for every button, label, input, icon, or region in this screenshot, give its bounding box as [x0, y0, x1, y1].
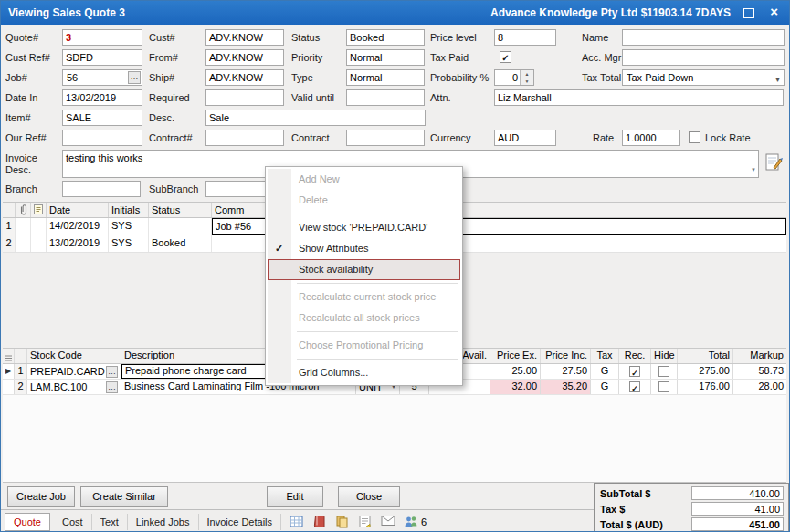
hide-checkbox[interactable] — [658, 381, 669, 392]
status-input[interactable]: Booked — [346, 29, 425, 46]
tax-cell[interactable]: G — [591, 380, 619, 394]
notes-icon[interactable] — [358, 515, 373, 529]
contract-input[interactable] — [346, 130, 425, 146]
rec-checkbox[interactable]: ✓ — [629, 366, 640, 377]
rec-cell[interactable]: ✓ — [619, 364, 651, 379]
cust-ref-input[interactable]: SDFD — [62, 49, 142, 66]
tab-text[interactable]: Text — [92, 514, 128, 530]
tab-cost[interactable]: Cost — [54, 514, 92, 530]
create-job-button[interactable]: Create Job — [7, 486, 75, 507]
mail-icon[interactable] — [381, 515, 395, 529]
chevron-down-icon[interactable]: ▼ — [774, 74, 781, 86]
comments-header-status[interactable]: Status — [149, 203, 212, 217]
tab-quote[interactable]: Quote — [5, 513, 50, 531]
required-label: Required — [149, 92, 190, 103]
markup-cell: 28.00 — [733, 380, 786, 394]
valid-until-label: Valid until — [291, 92, 334, 103]
tax-total-value: Tax Paid Down — [627, 72, 693, 84]
sales-quote-window: Viewing Sales Quote 3 Advance Knowledge … — [0, 0, 790, 532]
menu-item-view-stock[interactable]: View stock 'PREPAID.CARD' — [268, 217, 460, 238]
priority-label: Priority — [291, 52, 322, 63]
probability-spinner[interactable]: 0 ▲▼ — [494, 69, 534, 86]
rate-input[interactable]: 1.0000 — [622, 130, 680, 146]
edit-button[interactable]: Edit — [267, 486, 323, 507]
menu-separator — [297, 331, 458, 332]
stock-code-cell[interactable]: PREPAID.CARD … — [27, 364, 121, 379]
comments-header-initials[interactable]: Initials — [109, 203, 149, 217]
spin-up-icon[interactable]: ▲ — [521, 70, 533, 78]
close-button[interactable]: Close — [338, 486, 400, 507]
job-lookup-button[interactable]: … — [128, 71, 141, 84]
required-input[interactable] — [205, 89, 284, 106]
menu-item-show-attributes[interactable]: ✓ Show Attributes — [268, 238, 460, 259]
restore-window-icon[interactable] — [743, 8, 754, 18]
name-input[interactable] — [622, 29, 785, 46]
items-header-rec[interactable]: Rec. — [619, 349, 651, 363]
items-header-tax[interactable]: Tax — [591, 349, 619, 363]
rec-cell[interactable]: ✓ — [619, 380, 651, 394]
date-in-input[interactable]: 13/02/2019 — [62, 89, 142, 106]
tab-invoice-details[interactable]: Invoice Details — [199, 514, 282, 530]
spreadsheet-icon[interactable] — [290, 515, 304, 529]
job-input[interactable]: 56 … — [62, 69, 142, 86]
price-level-input[interactable]: 8 — [494, 29, 556, 46]
scroll-down-icon[interactable]: ▼ — [751, 164, 756, 176]
stock-code-cell[interactable]: LAM.BC.100 … — [27, 380, 121, 394]
stock-lookup-button[interactable]: … — [106, 366, 118, 378]
acc-mgr-input[interactable] — [622, 49, 785, 66]
tax-cell[interactable]: G — [591, 364, 619, 379]
close-window-icon[interactable]: × — [770, 4, 778, 19]
item-input[interactable]: SALE — [62, 110, 142, 126]
desc-input[interactable]: Sale — [205, 110, 426, 126]
from-input[interactable]: ADV.KNOW — [205, 49, 284, 66]
items-header-markup[interactable]: Markup — [733, 349, 786, 363]
price-ex-cell[interactable]: 25.00 — [490, 364, 541, 379]
price-inc-cell[interactable]: 35.20 — [541, 380, 591, 394]
comments-header-date[interactable]: Date — [47, 203, 109, 217]
menu-item-grid-columns[interactable]: Grid Columns... — [268, 362, 460, 383]
rate-label: Rate — [593, 132, 614, 143]
tab-linked-jobs[interactable]: Linked Jobs — [128, 514, 199, 530]
row-number: 2 — [15, 380, 27, 394]
ship-input[interactable]: ADV.KNOW — [205, 69, 284, 86]
bottom-tab-bar: Quote Cost Text Linked Jobs Invoice Deta… — [1, 509, 594, 532]
tax-paid-checkbox[interactable]: ✓ — [500, 51, 511, 63]
items-header-price-inc[interactable]: Price Inc. — [541, 349, 591, 363]
hide-checkbox[interactable] — [658, 366, 669, 377]
price-ex-cell[interactable]: 32.00 — [490, 380, 541, 394]
copy-icon[interactable] — [335, 515, 350, 529]
cust-input[interactable]: ADV.KNOW — [205, 29, 284, 46]
create-similar-button[interactable]: Create Similar — [80, 486, 168, 507]
priority-input[interactable]: Normal — [346, 49, 425, 66]
items-header-price-ex[interactable]: Price Ex. — [490, 349, 541, 363]
hide-cell[interactable] — [651, 364, 678, 379]
price-level-label: Price level — [430, 32, 477, 43]
items-header-stock-code[interactable]: Stock Code — [27, 349, 121, 363]
menu-item-stock-availability[interactable]: Stock availability — [268, 259, 460, 280]
rec-checkbox[interactable]: ✓ — [629, 381, 640, 392]
contract-no-input[interactable] — [205, 130, 284, 146]
branch-input[interactable] — [62, 181, 141, 197]
lock-rate-checkbox[interactable] — [689, 131, 700, 143]
note-icon[interactable] — [31, 203, 47, 217]
our-ref-input[interactable] — [62, 130, 142, 146]
hide-cell[interactable] — [651, 380, 678, 394]
attn-input[interactable]: Liz Marshall — [494, 89, 784, 106]
spin-down-icon[interactable]: ▼ — [521, 78, 533, 85]
grid-menu-icon[interactable] — [3, 349, 15, 363]
stock-lookup-button[interactable]: … — [106, 381, 118, 393]
items-header-hide[interactable]: Hide — [651, 349, 678, 363]
tax-value: 41.00 — [691, 502, 784, 516]
type-input[interactable]: Normal — [346, 69, 425, 86]
edit-signature-icon[interactable] — [764, 152, 783, 172]
red-book-icon[interactable] — [312, 515, 327, 529]
valid-until-input[interactable] — [346, 89, 425, 106]
people-icon[interactable] — [404, 515, 418, 529]
tax-total-select[interactable]: Tax Paid Down ▼ — [622, 69, 785, 86]
currency-input[interactable]: AUD — [494, 130, 556, 146]
context-menu: Add New Delete View stock 'PREPAID.CARD'… — [265, 166, 463, 386]
items-header-total[interactable]: Total — [678, 349, 733, 363]
quote-input[interactable]: 3 — [62, 29, 142, 46]
attachment-icon[interactable] — [16, 203, 31, 217]
price-inc-cell[interactable]: 27.50 — [541, 364, 591, 379]
